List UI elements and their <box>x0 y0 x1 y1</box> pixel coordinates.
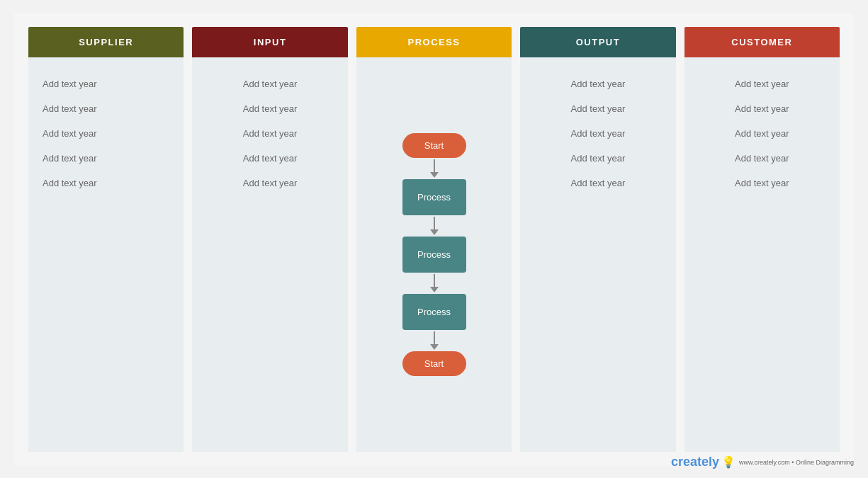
list-item: Add text year <box>39 146 173 171</box>
page-wrapper: SUPPLIER Add text year Add text year Add… <box>0 0 868 478</box>
flow-process-node-3: Process <box>402 294 466 330</box>
supplier-body: Add text year Add text year Add text yea… <box>28 57 184 452</box>
arrow-line <box>434 159 435 172</box>
arrow-head <box>430 172 439 178</box>
arrow-line <box>434 331 435 344</box>
list-item: Add text year <box>695 121 829 146</box>
main-container: SUPPLIER Add text year Add text year Add… <box>14 13 854 466</box>
flow-end-node: Start <box>402 351 466 376</box>
flow-arrow <box>430 217 439 235</box>
flow-start-node: Start <box>402 133 466 158</box>
list-item: Add text year <box>695 96 829 121</box>
flow-process-node-1: Process <box>402 179 466 215</box>
columns-wrapper: SUPPLIER Add text year Add text year Add… <box>28 27 840 452</box>
flow-arrow <box>430 331 439 350</box>
list-item: Add text year <box>695 171 829 195</box>
arrow-line <box>434 217 435 229</box>
flow-process-node-2: Process <box>402 237 466 273</box>
list-item: Add text year <box>531 121 665 146</box>
flow-arrow <box>430 159 439 178</box>
arrow-head <box>430 229 439 235</box>
input-header: INPUT <box>192 27 347 57</box>
output-body: Add text year Add text year Add text yea… <box>520 57 675 452</box>
process-body: Start Process Process <box>356 57 512 452</box>
list-item: Add text year <box>203 121 337 146</box>
customer-body: Add text year Add text year Add text yea… <box>684 57 840 452</box>
branding-sub: www.creately.com • Online Diagramming <box>739 459 854 466</box>
column-supplier: SUPPLIER Add text year Add text year Add… <box>28 27 184 452</box>
bulb-icon: 💡 <box>721 455 735 469</box>
list-item: Add text year <box>39 171 173 195</box>
list-item: Add text year <box>695 146 829 171</box>
list-item: Add text year <box>39 72 173 96</box>
list-item: Add text year <box>39 121 173 146</box>
list-item: Add text year <box>203 171 337 195</box>
output-header: OUTPUT <box>520 27 675 57</box>
supplier-header: SUPPLIER <box>28 27 184 57</box>
column-output: OUTPUT Add text year Add text year Add t… <box>520 27 675 452</box>
flowchart: Start Process Process <box>367 133 501 376</box>
branding: creately 💡 www.creately.com • Online Dia… <box>671 455 854 470</box>
process-header: PROCESS <box>356 27 512 57</box>
list-item: Add text year <box>39 96 173 121</box>
list-item: Add text year <box>531 171 665 195</box>
list-item: Add text year <box>531 72 665 96</box>
list-item: Add text year <box>203 72 337 96</box>
input-body: Add text year Add text year Add text yea… <box>192 57 347 452</box>
list-item: Add text year <box>531 96 665 121</box>
list-item: Add text year <box>203 146 337 171</box>
customer-header: CUSTOMER <box>684 27 840 57</box>
column-input: INPUT Add text year Add text year Add te… <box>192 27 347 452</box>
list-item: Add text year <box>531 146 665 171</box>
list-item: Add text year <box>695 72 829 96</box>
column-process: PROCESS Start Process Process <box>356 27 512 452</box>
list-item: Add text year <box>203 96 337 121</box>
column-customer: CUSTOMER Add text year Add text year Add… <box>684 27 840 452</box>
flow-arrow <box>430 274 439 292</box>
arrow-head <box>430 287 439 292</box>
branding-name: creately <box>671 455 719 470</box>
arrow-head <box>430 344 439 350</box>
arrow-line <box>434 274 435 287</box>
